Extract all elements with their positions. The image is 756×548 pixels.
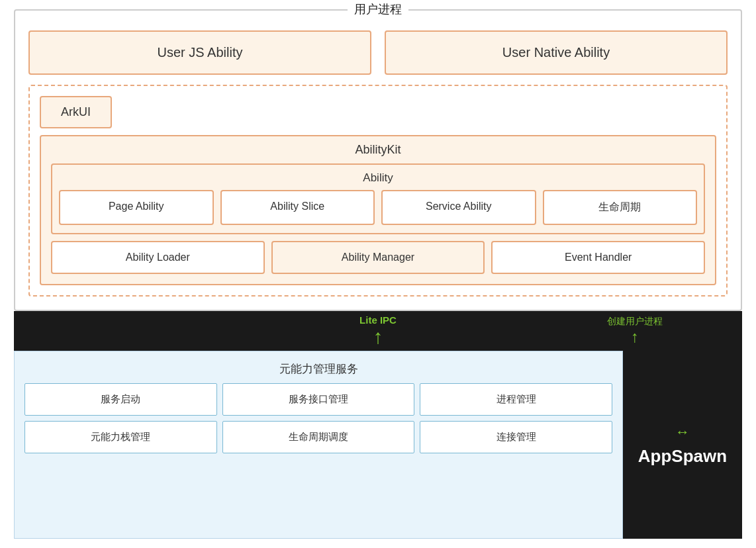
dashed-section: ArkUI AbilityKit Ability Page Ability Ab… bbox=[28, 85, 728, 297]
abilitykit-bottom-row: Ability Loader Ability Manager Event Han… bbox=[51, 241, 705, 274]
arkui-box: ArkUI bbox=[40, 96, 112, 128]
lifecycle-schedule-box: 生命周期调度 bbox=[222, 421, 415, 453]
user-process-title: 用户进程 bbox=[348, 1, 408, 17]
event-handler-box: Event Handler bbox=[491, 241, 705, 274]
page-ability-box: Page Ability bbox=[59, 190, 214, 225]
service-ability-box: Service Ability bbox=[381, 190, 536, 225]
process-management-box: 进程管理 bbox=[420, 383, 612, 416]
bottom-section: 元能力管理服务 服务启动 服务接口管理 进程管理 元能力栈管理 生命周期调度 连… bbox=[14, 351, 742, 539]
ability-manager-box: Ability Manager bbox=[271, 241, 485, 274]
architecture-diagram: 用户进程 User JS Ability User Native Ability… bbox=[14, 9, 742, 539]
appspawn-arrow-icon: ↔ bbox=[675, 424, 690, 441]
ability-inner-row: Page Ability Ability Slice Service Abili… bbox=[59, 190, 697, 225]
abilitykit-title: AbilityKit bbox=[51, 143, 705, 157]
black-bar: Lite IPC ↑ 创建用户进程 ↑ bbox=[14, 311, 742, 351]
lite-ipc-area: Lite IPC ↑ bbox=[359, 314, 397, 348]
create-process-area: 创建用户进程 ↑ bbox=[607, 316, 663, 346]
user-process-section: 用户进程 User JS Ability User Native Ability… bbox=[14, 9, 742, 311]
lite-ipc-arrow-icon: ↑ bbox=[373, 326, 383, 348]
service-interface-box: 服务接口管理 bbox=[222, 383, 415, 416]
meta-service-section: 元能力管理服务 服务启动 服务接口管理 进程管理 元能力栈管理 生命周期调度 连… bbox=[14, 351, 623, 539]
ability-loader-box: Ability Loader bbox=[51, 241, 265, 274]
lite-ipc-label: Lite IPC bbox=[359, 314, 397, 326]
top-abilities-row: User JS Ability User Native Ability bbox=[28, 30, 728, 75]
create-process-arrow-icon: ↑ bbox=[631, 328, 639, 346]
lifecycle-box: 生命周期 bbox=[543, 190, 698, 225]
user-js-ability-box: User JS Ability bbox=[28, 30, 371, 75]
appspawn-section: ↔ AppSpawn bbox=[623, 351, 742, 539]
ability-inner-title: Ability bbox=[59, 171, 697, 185]
meta-stack-box: 元能力栈管理 bbox=[24, 421, 217, 453]
abilitykit-section: AbilityKit Ability Page Ability Ability … bbox=[40, 135, 716, 285]
connection-management-box: 连接管理 bbox=[420, 421, 612, 453]
service-start-box: 服务启动 bbox=[24, 383, 217, 416]
appspawn-label: AppSpawn bbox=[638, 446, 727, 467]
meta-service-grid: 服务启动 服务接口管理 进程管理 元能力栈管理 生命周期调度 连接管理 bbox=[24, 383, 612, 453]
user-native-ability-box: User Native Ability bbox=[385, 30, 728, 75]
ability-slice-box: Ability Slice bbox=[220, 190, 375, 225]
create-process-label: 创建用户进程 bbox=[607, 316, 663, 328]
meta-service-title: 元能力管理服务 bbox=[24, 361, 612, 377]
ability-inner: Ability Page Ability Ability Slice Servi… bbox=[51, 163, 705, 234]
